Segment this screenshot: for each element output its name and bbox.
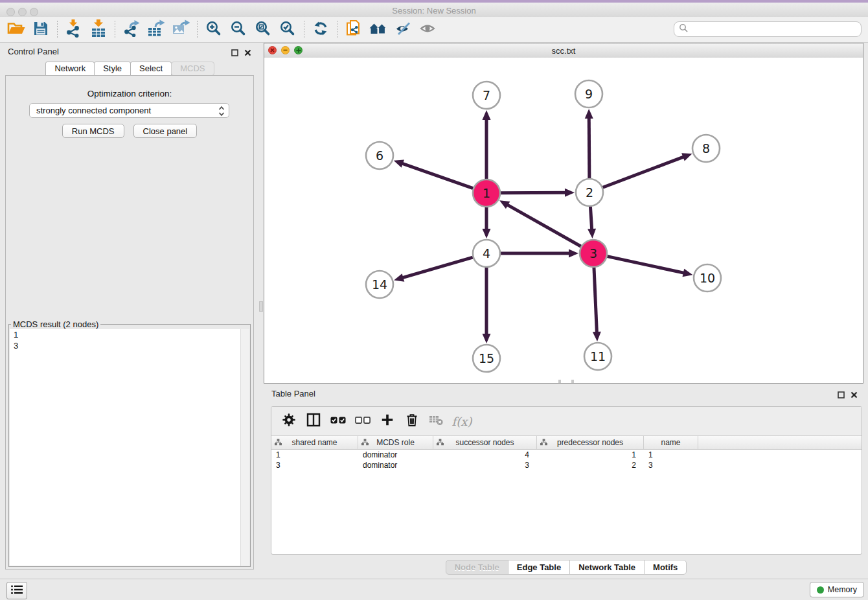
graph-edge-1-6[interactable] — [401, 163, 473, 189]
hide-selected-button[interactable] — [391, 19, 415, 40]
graph-edge-2-3[interactable] — [590, 207, 591, 231]
memory-button[interactable]: Memory — [810, 582, 864, 597]
refresh-network-button[interactable] — [308, 19, 333, 40]
table-toolbar: f(x) — [271, 407, 862, 435]
search-input[interactable] — [689, 24, 861, 35]
column-header-name[interactable]: name — [644, 436, 698, 449]
table-cell: 3 — [433, 461, 537, 470]
delete-column-button[interactable] — [401, 411, 423, 432]
deselect-all-button[interactable] — [352, 411, 374, 432]
panel-splitter[interactable] — [259, 43, 264, 579]
tab-select[interactable]: Select — [130, 62, 172, 76]
graph-edge-3-11[interactable] — [594, 268, 597, 334]
tab-mcds[interactable]: MCDS — [171, 62, 214, 76]
close-panel-button[interactable]: Close panel — [133, 124, 198, 138]
close-panel-icon[interactable] — [244, 47, 251, 59]
zoom-selected-button[interactable] — [275, 19, 300, 40]
function-builder-button[interactable]: f(x) — [450, 411, 472, 432]
float-panel-icon[interactable] — [838, 389, 845, 401]
search-box[interactable] — [674, 21, 862, 37]
tab-style[interactable]: Style — [94, 62, 131, 76]
graph-node-14[interactable]: 14 — [366, 271, 393, 298]
table-row[interactable]: 1dominator411 — [271, 450, 862, 460]
checked-boxes-icon — [330, 415, 346, 427]
graph-node-1[interactable]: 1 — [473, 179, 500, 207]
column-type-icon — [540, 439, 547, 448]
task-history-button[interactable] — [6, 582, 27, 599]
select-all-button[interactable] — [327, 411, 349, 432]
graph-arrowhead — [483, 229, 491, 238]
tab-network[interactable]: Network — [45, 62, 95, 76]
run-mcds-button[interactable]: Run MCDS — [62, 124, 124, 138]
export-network-button[interactable] — [119, 19, 144, 40]
graph-node-3[interactable]: 3 — [580, 240, 607, 267]
graph-edge-2-9[interactable] — [589, 117, 589, 178]
zoom-in-button[interactable] — [201, 19, 226, 40]
first-neighbors-button[interactable] — [366, 19, 391, 40]
node-table-container: f(x) shared nameMCDS rolesuccessor nodes… — [271, 406, 862, 555]
result-list-item[interactable]: 3 — [10, 340, 249, 351]
graph-edge-3-1[interactable] — [506, 204, 580, 246]
tab-edge-table[interactable]: Edge Table — [508, 560, 570, 575]
table-panel: Table Panel — [264, 385, 868, 579]
graph-node-8[interactable]: 8 — [692, 135, 720, 162]
network-window-titlebar[interactable]: scc.txt — [264, 43, 863, 58]
window-resize-grip[interactable] — [558, 380, 574, 383]
graph-edge-1-2[interactable] — [501, 192, 567, 193]
graph-edge-2-8[interactable] — [603, 156, 685, 187]
table-panel-header: Table Panel — [264, 385, 868, 402]
zoom-out-button[interactable] — [226, 19, 251, 40]
graph-node-9[interactable]: 9 — [575, 80, 602, 108]
splitter-grip[interactable] — [259, 301, 263, 312]
result-list-item[interactable]: 1 — [10, 329, 249, 340]
graph-node-6[interactable]: 6 — [366, 142, 393, 169]
import-network-button[interactable] — [62, 19, 86, 40]
column-header-MCDS-role[interactable]: MCDS role — [358, 436, 433, 449]
scrollbar[interactable] — [240, 329, 249, 566]
table-row[interactable]: 3dominator323 — [271, 460, 862, 470]
graph-arrowhead — [588, 229, 596, 238]
column-header-predecessor-nodes[interactable]: predecessor nodes — [537, 436, 644, 449]
graph-node-4[interactable]: 4 — [473, 240, 500, 267]
import-table-button[interactable] — [86, 19, 111, 40]
graph-edge-4-14[interactable] — [402, 257, 473, 278]
mcds-result-list[interactable]: 13 — [10, 329, 249, 566]
graph-node-10[interactable]: 10 — [694, 264, 721, 292]
graph-arrowhead — [394, 273, 404, 281]
close-panel-icon[interactable] — [851, 389, 858, 401]
graph-node-7[interactable]: 7 — [473, 82, 500, 109]
tab-motifs[interactable]: Motifs — [644, 560, 687, 575]
graph-arrowhead — [593, 332, 601, 341]
table-body: 1dominator4113dominator323 — [271, 450, 862, 470]
table-cell: 3 — [271, 461, 358, 470]
graph-node-15[interactable]: 15 — [473, 345, 500, 372]
dropdown-stepper-icon — [218, 106, 225, 119]
toolbar-separator — [57, 21, 58, 39]
graph-node-2[interactable]: 2 — [576, 179, 603, 206]
save-session-button[interactable] — [29, 19, 53, 40]
export-table-button[interactable] — [144, 19, 168, 40]
network-view[interactable]: 7968124314101511 — [264, 58, 863, 383]
column-header-successor-nodes[interactable]: successor nodes — [433, 436, 537, 449]
network-canvas[interactable]: 7968124314101511 — [264, 58, 863, 384]
tab-node-table[interactable]: Node Table — [446, 560, 508, 575]
float-panel-icon[interactable] — [231, 47, 238, 59]
criterion-dropdown[interactable]: strongly connected component — [29, 103, 229, 118]
graph-edge-3-10[interactable] — [608, 257, 685, 273]
open-session-button[interactable] — [4, 19, 29, 40]
clone-network-button[interactable] — [341, 19, 366, 40]
add-column-button[interactable] — [376, 411, 398, 432]
tab-network-table[interactable]: Network Table — [569, 560, 645, 575]
eye-icon — [419, 21, 437, 38]
split-view-button[interactable] — [303, 411, 325, 432]
open-folder-icon — [6, 20, 26, 40]
column-settings-button[interactable] — [278, 411, 300, 432]
graph-node-11[interactable]: 11 — [584, 343, 611, 370]
control-panel-title: Control Panel — [8, 47, 59, 56]
delete-table-button[interactable] — [426, 411, 448, 432]
export-image-button[interactable] — [168, 19, 193, 40]
column-header-label: shared name — [291, 438, 337, 447]
show-all-button[interactable] — [415, 19, 440, 40]
zoom-fit-button[interactable] — [251, 19, 275, 40]
column-header-shared-name[interactable]: shared name — [271, 436, 358, 449]
